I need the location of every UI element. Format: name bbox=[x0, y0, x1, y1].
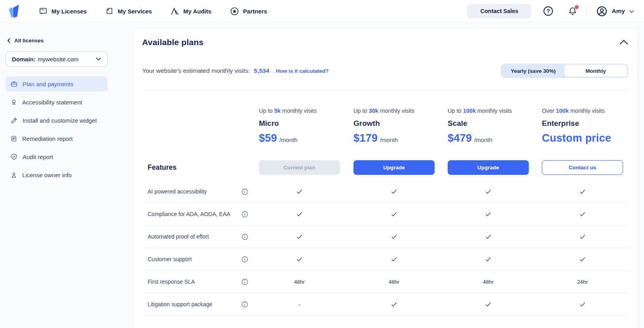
info-icon[interactable] bbox=[241, 256, 248, 263]
report-icon bbox=[10, 135, 17, 142]
back-to-all-licenses-link[interactable]: All licenses bbox=[7, 38, 119, 44]
feature-label-cell: AI powered accessibility bbox=[142, 188, 259, 195]
estimated-visits-line: Your website’s estimated monthly visits:… bbox=[142, 67, 329, 74]
nav-item-label: My Audits bbox=[183, 8, 211, 15]
sidebar-item-accessibility-statement[interactable]: Accessibility statement bbox=[6, 95, 108, 110]
plan-visits-line: Up to 30k monthly visits bbox=[353, 108, 448, 114]
info-icon[interactable] bbox=[241, 211, 248, 218]
check-icon bbox=[391, 189, 397, 195]
nav-item-my-services[interactable]: My Services bbox=[105, 7, 152, 15]
nav-item-my-audits[interactable]: My Audits bbox=[171, 7, 211, 15]
plan-name: Micro bbox=[259, 119, 353, 128]
info-icon[interactable] bbox=[241, 233, 248, 240]
brand-logo-icon[interactable] bbox=[6, 3, 23, 19]
feature-value-cell bbox=[448, 211, 542, 217]
nav-item-partners[interactable]: Partners bbox=[230, 7, 267, 16]
sidebar-item-audit-report[interactable]: Audit report bbox=[6, 149, 108, 164]
check-icon bbox=[485, 301, 492, 307]
info-icon[interactable] bbox=[241, 279, 248, 285]
check-icon bbox=[391, 256, 397, 262]
nav-divider bbox=[586, 6, 587, 16]
visits-highlight: 30k bbox=[369, 108, 378, 114]
feature-value-cell bbox=[542, 256, 628, 262]
billing-toggle-option-monthly[interactable]: Monthly bbox=[564, 65, 627, 77]
feature-value bbox=[448, 256, 529, 262]
table-row: Compliance for ADA, AODA, EAA bbox=[142, 203, 628, 226]
feature-value: 48hr bbox=[353, 279, 435, 285]
visits-suffix: monthly visits bbox=[281, 108, 317, 114]
contact-us-button[interactable]: Contact us bbox=[542, 160, 623, 175]
plan-name: Growth bbox=[353, 119, 448, 128]
sidebar-item-label: Plan and payments bbox=[23, 81, 73, 87]
plan-price: $179 bbox=[353, 132, 378, 144]
check-icon bbox=[579, 256, 586, 262]
chevron-up-icon[interactable] bbox=[619, 39, 628, 45]
table-row: Customer support bbox=[142, 248, 628, 271]
user-menu[interactable]: Amy bbox=[596, 6, 634, 17]
user-avatar-icon bbox=[596, 6, 608, 17]
divider bbox=[142, 90, 628, 90]
feature-value-cell bbox=[353, 256, 448, 262]
feature-value-cell: 48hr bbox=[448, 279, 542, 285]
feature-value bbox=[542, 301, 623, 307]
upgrade-button[interactable]: Upgrade bbox=[353, 160, 435, 175]
plan-button-cell: Contact us bbox=[542, 160, 628, 175]
domain-dropdown[interactable]: Domain: mywebsite.com bbox=[6, 51, 108, 67]
feature-value-cell bbox=[259, 211, 353, 217]
info-icon[interactable] bbox=[241, 301, 248, 308]
audits-icon bbox=[171, 7, 179, 15]
sidebar-item-install-and-customize-widget[interactable]: Install and customize widget bbox=[6, 113, 108, 128]
check-icon bbox=[485, 211, 492, 217]
visits-label: Your website’s estimated monthly visits: bbox=[142, 67, 250, 74]
nav-items: My LicensesMy ServicesMy AuditsPartners bbox=[39, 7, 267, 16]
visits-value: 5,534 bbox=[254, 67, 270, 74]
chevron-down-icon bbox=[96, 57, 101, 61]
plan-column-scale: Up to 100k monthly visitsScale$479/month bbox=[448, 108, 542, 144]
visits-highlight: 5k bbox=[274, 108, 281, 114]
plan-price-period: /month bbox=[474, 137, 492, 143]
plan-price-line: $179/month bbox=[353, 132, 448, 144]
contact-sales-button[interactable]: Contact Sales bbox=[467, 4, 531, 19]
feature-value bbox=[259, 234, 340, 240]
billing-toggle: Yearly (save 30%)Monthly bbox=[501, 64, 628, 78]
visits-suffix: monthly visits bbox=[476, 108, 512, 114]
billing-toggle-option-yearly[interactable]: Yearly (save 30%) bbox=[502, 65, 564, 77]
licenses-icon bbox=[39, 7, 47, 15]
current-plan-button: Current plan bbox=[259, 160, 340, 175]
visits-prefix: Over bbox=[542, 108, 556, 114]
sidebar-item-plan-and-payments[interactable]: Plan and payments bbox=[6, 76, 108, 91]
help-icon[interactable]: ? bbox=[543, 6, 553, 16]
sidebar-item-remediation-report[interactable]: Remediation report bbox=[6, 131, 108, 146]
how-calculated-link[interactable]: How is it calculated? bbox=[276, 68, 329, 74]
sidebar-item-license-owner-info[interactable]: License owner info bbox=[6, 167, 108, 182]
available-plans-card: Available plans Your website’s estimated… bbox=[133, 28, 638, 328]
check-icon bbox=[391, 234, 397, 240]
visits-suffix: monthly visits bbox=[378, 108, 414, 114]
plan-name: Enterprise bbox=[542, 119, 628, 128]
visits-prefix: Up to bbox=[448, 108, 463, 114]
notifications-bell-icon[interactable] bbox=[568, 6, 578, 16]
svg-text:?: ? bbox=[547, 8, 550, 14]
sidebar-item-label: Accessibility statement bbox=[22, 99, 82, 106]
check-icon bbox=[391, 211, 397, 217]
feature-value bbox=[542, 234, 623, 240]
nav-item-label: Partners bbox=[243, 8, 267, 15]
feature-label-cell: Litigation support package bbox=[142, 301, 259, 308]
plan-price: Custom price bbox=[542, 132, 611, 144]
feature-value bbox=[259, 211, 340, 217]
feature-value-cell bbox=[353, 189, 448, 195]
plan-price-line: $479/month bbox=[448, 132, 542, 144]
feature-value: - bbox=[259, 301, 340, 307]
info-icon[interactable] bbox=[241, 188, 248, 195]
check-icon bbox=[485, 189, 492, 195]
sidebar: All licenses Domain: mywebsite.com Plan … bbox=[0, 23, 119, 328]
feature-value-cell bbox=[542, 189, 628, 195]
upgrade-button[interactable]: Upgrade bbox=[448, 160, 529, 175]
feature-value-cell bbox=[448, 234, 542, 240]
feature-value-cell bbox=[448, 301, 542, 307]
nav-item-my-licenses[interactable]: My Licenses bbox=[39, 7, 87, 15]
check-icon bbox=[296, 189, 303, 195]
feature-value-cell bbox=[259, 189, 353, 195]
feature-value-cell: 48hr bbox=[259, 279, 353, 285]
feature-label: Litigation support package bbox=[148, 301, 212, 307]
